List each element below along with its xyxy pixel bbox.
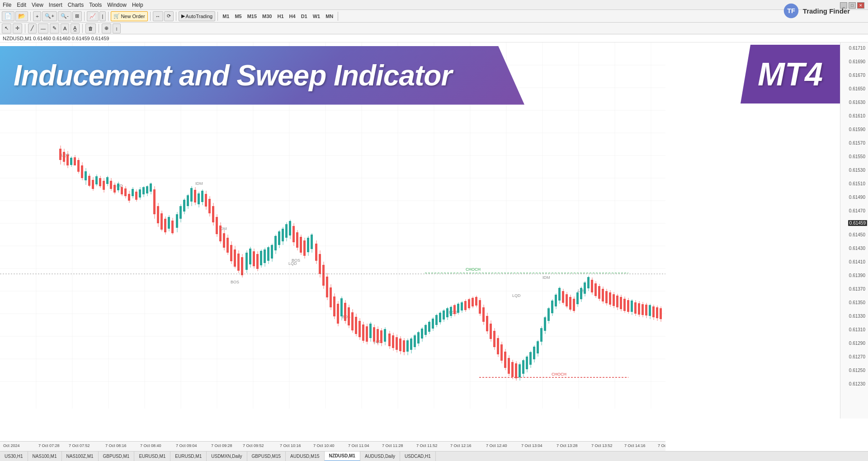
- new-chart-button[interactable]: 📄: [2, 11, 14, 21]
- tab-eurusdm1-1[interactable]: EURUSD,M1: [134, 452, 170, 461]
- svg-rect-322: [580, 288, 582, 299]
- tf-m5[interactable]: M5: [232, 12, 244, 21]
- trading-finder-logo-icon: TF: [783, 3, 799, 19]
- tab-gbpusdm15[interactable]: GBPUSD,M15: [247, 452, 286, 461]
- menu-view[interactable]: View: [32, 2, 43, 8]
- chart-body[interactable]: Inducement and Sweep Indicator MT4: [0, 42, 840, 451]
- tab-nzdusdm1[interactable]: NZDUSD,M1: [325, 452, 360, 461]
- svg-rect-118: [208, 199, 211, 213]
- time-2: 7 Oct 07:52: [69, 443, 90, 448]
- restore-button[interactable]: □: [849, 2, 856, 9]
- tab-nas100m1[interactable]: NAS100,M1: [28, 452, 62, 461]
- candles-group-5: [388, 296, 477, 355]
- svg-rect-100: [176, 214, 178, 228]
- svg-rect-226: [406, 340, 409, 352]
- svg-rect-290: [522, 360, 524, 374]
- tab-us30h1[interactable]: US30,H1: [0, 452, 28, 461]
- pencil-tool[interactable]: ✎: [50, 24, 59, 33]
- time-oct2024: Oct 2024: [3, 443, 20, 448]
- svg-rect-108: [190, 188, 193, 202]
- indicators-button[interactable]: 📈: [87, 11, 99, 21]
- price-9: 0.61530: [849, 168, 865, 173]
- delete-tool[interactable]: 🗑: [85, 24, 96, 33]
- menu-charts[interactable]: Charts: [68, 2, 84, 8]
- price-7: 0.61570: [849, 141, 865, 146]
- candles-group-3: [245, 220, 313, 273]
- time-17: 7 Oct 13:52: [591, 443, 613, 448]
- sep-d1: [25, 24, 25, 33]
- tab-audusddaily[interactable]: AUDUSD,Daily: [360, 452, 400, 461]
- price-11: 0.61490: [849, 195, 865, 200]
- svg-rect-64: [110, 181, 112, 189]
- svg-rect-104: [183, 200, 185, 212]
- chart-autoscroll-button[interactable]: ⟳: [164, 11, 174, 21]
- menu-window[interactable]: Window: [107, 2, 127, 8]
- crosshair-tool[interactable]: ✛: [13, 24, 22, 33]
- tab-nas100zm1[interactable]: NAS100Z,M1: [62, 452, 99, 461]
- tf-m30[interactable]: M30: [260, 12, 274, 21]
- time-3: 7 Oct 08:16: [105, 443, 127, 448]
- svg-rect-120: [212, 206, 214, 222]
- separator2: [84, 12, 85, 21]
- price-21: 0.61290: [849, 341, 865, 346]
- tf-m1[interactable]: M1: [220, 12, 231, 21]
- menu-file[interactable]: File: [3, 2, 11, 8]
- choch-label-red: CHOCH: [552, 372, 566, 376]
- tf-h1[interactable]: H1: [275, 12, 286, 21]
- period-button[interactable]: ↕: [113, 24, 121, 33]
- tab-usdcadh1[interactable]: USDCAD,H1: [400, 452, 436, 461]
- cursor-tool[interactable]: ↖: [2, 24, 11, 33]
- tf-mn[interactable]: MN: [323, 12, 335, 21]
- svg-rect-356: [642, 304, 644, 315]
- svg-rect-194: [348, 307, 350, 325]
- line-tool[interactable]: ╱: [28, 24, 37, 33]
- new-order-button[interactable]: 🛒 New Order: [111, 11, 147, 21]
- menu-edit[interactable]: Edit: [17, 2, 26, 8]
- close-button[interactable]: ✕: [857, 2, 864, 9]
- svg-rect-182: [326, 277, 328, 297]
- svg-rect-160: [285, 224, 288, 238]
- price-15: 0.61410: [849, 259, 865, 264]
- svg-rect-200: [359, 321, 361, 337]
- menu-tools[interactable]: Tools: [89, 2, 102, 8]
- minimize-button[interactable]: _: [840, 2, 847, 9]
- period-sep-button[interactable]: |: [99, 11, 106, 21]
- candles-group-2: [176, 186, 243, 278]
- svg-rect-110: [194, 190, 196, 202]
- menu-insert[interactable]: Insert: [49, 2, 62, 8]
- tf-d1[interactable]: D1: [299, 12, 310, 21]
- svg-rect-58: [99, 178, 101, 186]
- tab-gbpusdm1[interactable]: GBPUSD,M1: [99, 452, 135, 461]
- hline-tool[interactable]: —: [38, 24, 48, 33]
- tf-m15[interactable]: M15: [245, 12, 259, 21]
- tab-eurusdm1-2[interactable]: EURUSD,M1: [170, 452, 207, 461]
- text-tool[interactable]: A: [61, 24, 69, 33]
- symbol-info: NZDUSD,M1 0.61460 0.61460 0.61459 0.6145…: [3, 36, 109, 41]
- price-3: 0.61650: [849, 86, 865, 91]
- svg-rect-354: [638, 303, 640, 315]
- tab-usdmxndaily[interactable]: USDMXN,Daily: [207, 452, 247, 461]
- svg-rect-312: [562, 291, 564, 303]
- svg-rect-262: [472, 298, 474, 306]
- autotrading-button[interactable]: ▶ AutoTrading: [179, 11, 216, 21]
- svg-rect-74: [128, 194, 130, 201]
- zoom-tool[interactable]: ⊕: [102, 24, 111, 33]
- main-layout: File Edit View Insert Charts Tools Windo…: [0, 0, 868, 461]
- svg-rect-254: [457, 304, 459, 313]
- separator: [30, 12, 31, 21]
- tab-audusdm15[interactable]: AUDUSD,M15: [286, 452, 324, 461]
- label-tool[interactable]: A̲: [71, 24, 80, 33]
- svg-rect-42: [70, 158, 72, 165]
- chart-scroll-button[interactable]: ↔: [153, 11, 163, 21]
- svg-rect-174: [311, 235, 313, 249]
- crosshair-button[interactable]: +: [33, 11, 41, 21]
- menu-help[interactable]: Help: [132, 2, 143, 8]
- svg-rect-252: [453, 305, 456, 314]
- svg-rect-84: [146, 186, 148, 193]
- zoom-out-button[interactable]: 🔍-: [58, 11, 71, 21]
- chart-props-button[interactable]: ⊞: [72, 11, 82, 21]
- tf-w1[interactable]: W1: [311, 12, 323, 21]
- tf-h4[interactable]: H4: [287, 12, 298, 21]
- open-button[interactable]: 📂: [15, 11, 28, 21]
- zoom-in-button[interactable]: 🔍+: [42, 11, 57, 21]
